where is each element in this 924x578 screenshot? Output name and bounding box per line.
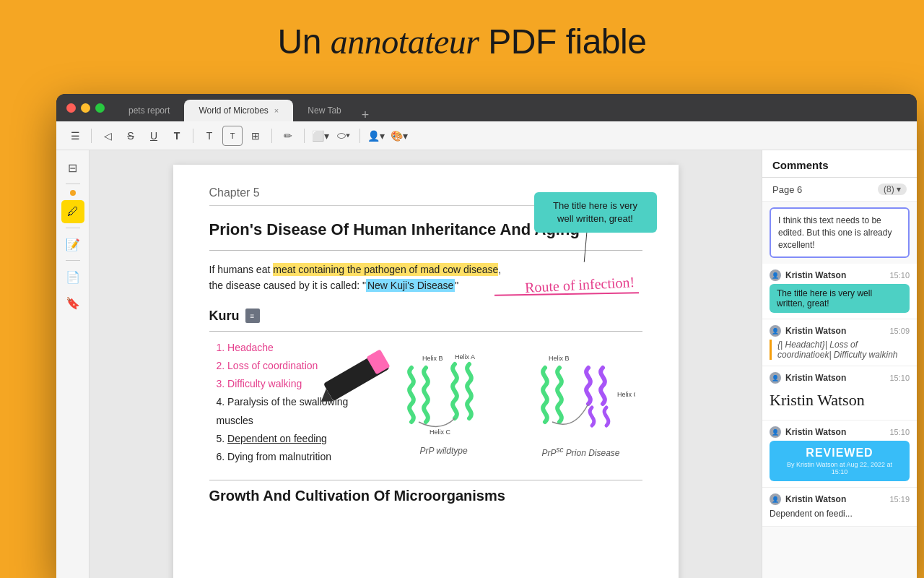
toolbar-color-icon[interactable]: 🎨▾ <box>389 126 409 146</box>
note-icon[interactable]: ≡ <box>245 309 260 323</box>
comment-user-row-2: 👤 Kristin Watson 15:09 <box>770 325 910 337</box>
traffic-lights <box>56 103 105 113</box>
comment-avatar-1: 👤 <box>770 269 781 281</box>
svg-text:Helix B: Helix B <box>549 355 570 362</box>
comment-bubble-teal-1: The title here is very well written, gre… <box>770 284 910 313</box>
toolbar: ☰ ◁ S U T T T ⊞ ✏ ⬜▾ ⬭▾ 👤▾ 🎨▾ <box>56 121 917 150</box>
sidebar-comments-icon[interactable]: 📝 <box>61 233 84 256</box>
app-window: pets report World of Microbes × New Tab … <box>56 94 917 578</box>
main-area: ⊟ 🖊 📝 📄 🔖 Chapter 5 Prion's Disease Of H… <box>56 150 917 578</box>
new-tab-button[interactable]: + <box>356 108 375 121</box>
marketing-text-before: Un <box>278 22 331 61</box>
kuru-list-area: 1. Headache 2. Loss of coordination 3. D… <box>209 339 383 473</box>
tab-pets-report[interactable]: pets report <box>114 100 184 121</box>
sidebar-divider-1 <box>66 184 80 184</box>
sidebar-bookmarks-icon[interactable]: 🔖 <box>61 291 84 314</box>
toolbar-separator-3 <box>271 129 272 143</box>
reviewed-title: REVIEWED <box>778 447 901 460</box>
list-item: 6. Dying from malnutrition <box>217 448 383 466</box>
protein-prion: Helix B Helix C <box>520 353 642 458</box>
body-text-before: If humans eat <box>209 264 274 275</box>
growth-title: Growth And Cultivation Of Microorganisms <box>209 488 642 504</box>
toolbar-textbox-icon[interactable]: T <box>222 126 243 146</box>
comment-time-1: 15:10 <box>889 271 910 280</box>
toolbar-text2-icon[interactable]: T <box>199 126 219 146</box>
comment-avatar-2: 👤 <box>770 325 781 337</box>
sidebar-divider-3 <box>66 260 80 261</box>
kuru-section-title: Kuru ≡ <box>209 309 642 324</box>
svg-text:Helix C: Helix C <box>430 428 451 436</box>
comment-user-row-5: 👤 Kristin Watson 15:19 <box>770 493 910 505</box>
left-sidebar: ⊟ 🖊 📝 📄 🔖 <box>56 150 90 578</box>
pdf-page: Chapter 5 Prion's Disease Of Human Inher… <box>173 165 679 578</box>
toolbar-separator-1 <box>91 129 92 143</box>
comment-entry-4: 👤 Kristin Watson 15:10 REVIEWED By Krist… <box>762 420 917 488</box>
comment-user-row-1: 👤 Kristin Watson 15:10 <box>770 269 910 281</box>
comment-bubble-orange-2: {| Headacht}| Loss of coordinatioek| Dif… <box>770 340 910 360</box>
protein-images-area: Helix B Helix A Helix C <box>383 339 642 473</box>
marketing-text-italic: annotateur <box>331 22 479 61</box>
comment-entry-3: 👤 Kristin Watson 15:10 Kristin Watson <box>762 366 917 420</box>
pdf-area[interactable]: Chapter 5 Prion's Disease Of Human Inher… <box>90 150 762 578</box>
protein-wildtype-svg: Helix B Helix A Helix C <box>390 353 498 440</box>
toolbar-separator-4 <box>304 129 305 143</box>
sidebar-pages-icon[interactable]: 📄 <box>61 265 84 288</box>
reviewed-badge: REVIEWED By Kristin Watson at Aug 22, 20… <box>770 441 910 481</box>
comment-time-5: 15:19 <box>889 495 910 504</box>
protein-image-pair: Helix B Helix A Helix C <box>383 353 642 458</box>
toolbar-highlight-icon[interactable]: ◁ <box>97 126 118 146</box>
toolbar-text-icon[interactable]: T <box>167 126 187 146</box>
minimize-button[interactable] <box>81 103 90 113</box>
svg-text:Helix C: Helix C <box>617 391 635 398</box>
comment-signature-3: Kristin Watson <box>770 387 910 414</box>
kuru-content: 1. Headache 2. Loss of coordination 3. D… <box>209 339 642 473</box>
tab-new-tab[interactable]: New Tab <box>293 100 355 121</box>
protein-wildtype: Helix B Helix A Helix C <box>383 353 505 458</box>
comment-time-3: 15:10 <box>889 374 910 382</box>
comments-header: Comments <box>762 150 917 178</box>
svg-text:Helix B: Helix B <box>422 355 443 362</box>
growth-divider <box>209 480 642 480</box>
tab-close-icon[interactable]: × <box>274 106 279 115</box>
close-button[interactable] <box>66 103 76 113</box>
svg-text:Helix A: Helix A <box>455 353 475 361</box>
title-bar: pets report World of Microbes × New Tab … <box>56 94 917 121</box>
underlined-text: Dependent on feeding <box>227 433 327 444</box>
comment-user-row-3: 👤 Kristin Watson 15:10 <box>770 372 910 384</box>
comment-entry-5: 👤 Kristin Watson 15:19 Dependent on feed… <box>762 488 917 527</box>
list-item: 5. Dependent on feeding <box>217 430 383 448</box>
sidebar-highlight-icon[interactable]: 🖊 <box>61 200 84 223</box>
sidebar-thumbnails-icon[interactable]: ⊟ <box>61 156 84 179</box>
maximize-button[interactable] <box>95 103 105 113</box>
comment-input-active[interactable]: I think this text needs to be edited. Bu… <box>770 207 910 258</box>
marketing-header: Un annotateur PDF fiable <box>0 0 924 76</box>
comment-time-2: 15:09 <box>889 327 910 335</box>
toolbar-strikethrough-icon[interactable]: S <box>121 126 141 146</box>
toolbar-draw-icon[interactable]: ✏ <box>278 126 298 146</box>
comment-avatar-5: 👤 <box>770 493 781 505</box>
marketing-text-after: PDF fiable <box>479 22 646 61</box>
toolbar-ellipse-icon[interactable]: ⬭▾ <box>334 126 354 146</box>
toolbar-user-icon[interactable]: 👤▾ <box>366 126 386 146</box>
page-indicator[interactable]: Page 6 (8) ▾ <box>762 178 917 202</box>
sidebar-page-indicator <box>70 190 76 196</box>
reviewed-subtitle: By Kristin Watson at Aug 22, 2022 at 15:… <box>778 461 901 475</box>
comment-avatar-3: 👤 <box>770 372 781 384</box>
comment-avatar-4: 👤 <box>770 426 781 438</box>
body-line2-before: the disease caused by it is called: " <box>209 280 366 291</box>
protein-wildtype-label: PrP wildtype <box>383 446 505 456</box>
toolbar-separator-2 <box>193 129 193 143</box>
comment-entry-2: 👤 Kristin Watson 15:09 {| Headacht}| Los… <box>762 319 917 366</box>
protein-prion-svg: Helix B Helix C <box>527 353 635 440</box>
toolbar-shapes-icon[interactable]: ⬜▾ <box>310 126 331 146</box>
toolbar-underline-icon[interactable]: U <box>144 126 164 146</box>
comments-panel: Comments Page 6 (8) ▾ I think this text … <box>762 150 917 578</box>
yellow-highlighted-text: meat containing the pathogen of mad cow … <box>273 263 498 276</box>
comment-user-1: Kristin Watson <box>785 270 846 280</box>
comment-text-5: Dependent on feedi... <box>770 508 910 520</box>
title-divider <box>209 250 642 251</box>
tab-world-of-microbes[interactable]: World of Microbes × <box>184 100 293 121</box>
kuru-divider <box>209 331 642 332</box>
toolbar-list-icon[interactable]: ⊞ <box>245 126 266 146</box>
toolbar-thumbnails-icon[interactable]: ☰ <box>65 126 85 146</box>
